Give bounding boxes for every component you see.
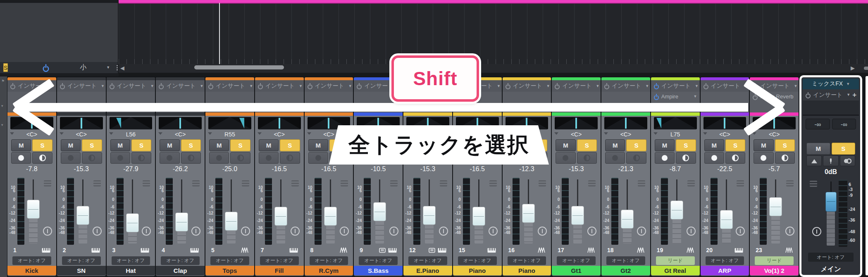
chevron-down-icon[interactable]: ▼ <box>596 84 600 88</box>
monitor-button[interactable] <box>280 152 300 164</box>
volume-value[interactable]: -5.7 <box>750 165 799 174</box>
record-arm-button[interactable] <box>110 152 130 164</box>
insert-header[interactable]: インサート ▼ + <box>651 80 700 92</box>
volume-value[interactable]: -7.8 <box>7 165 56 174</box>
mute-button[interactable]: M <box>259 139 279 151</box>
channel-name[interactable]: Piano <box>503 266 551 275</box>
fader-thumb[interactable] <box>571 206 584 225</box>
meter-options-icon[interactable] <box>588 180 596 186</box>
channel-name[interactable]: Gt2 <box>601 266 650 275</box>
chevron-down-icon[interactable]: ▼ <box>348 84 352 88</box>
rail-flag-icon[interactable]: ⚑ <box>1 79 5 83</box>
automation-button[interactable]: オート: オフ <box>62 256 101 265</box>
meter-options-icon[interactable] <box>687 180 695 186</box>
power-icon[interactable] <box>554 83 560 89</box>
monitor-button[interactable] <box>775 152 795 164</box>
fader-thumb[interactable] <box>225 212 238 231</box>
instrument-circle-icon[interactable] <box>489 227 498 236</box>
record-arm-button[interactable] <box>704 152 724 164</box>
chevron-down-icon[interactable]: ▼ <box>106 66 110 69</box>
solo-button[interactable]: S <box>32 139 52 151</box>
power-icon[interactable] <box>42 64 50 72</box>
monitor-button[interactable] <box>131 152 151 164</box>
pan-slider[interactable] <box>555 117 598 129</box>
chevron-down-icon[interactable]: ▼ <box>645 84 649 88</box>
insert-header[interactable]: インサート ▼ + <box>503 80 551 92</box>
fader-thumb[interactable] <box>769 197 782 216</box>
chevron-down-icon[interactable]: ▼ <box>299 84 303 88</box>
meter-options-icon[interactable] <box>489 180 497 186</box>
channel-name[interactable]: Hat <box>107 266 155 275</box>
record-arm-button[interactable] <box>259 152 279 164</box>
automation-button[interactable]: オート: オフ <box>359 256 398 265</box>
power-icon[interactable] <box>208 83 214 89</box>
chevron-down-icon[interactable]: ▼ <box>694 95 697 98</box>
pan-value[interactable]: <C> <box>57 130 106 138</box>
mute-button[interactable]: M <box>11 139 31 151</box>
strip-size-select[interactable]: 小 <box>80 63 86 72</box>
automation-button[interactable]: オート: オフ <box>260 256 299 265</box>
volume-value[interactable]: -25.0 <box>205 165 254 174</box>
instrument-circle-icon[interactable] <box>785 227 794 236</box>
channel-name[interactable]: Clap <box>156 266 205 275</box>
volume-value[interactable]: -16.5 <box>453 165 502 174</box>
chevron-down-icon[interactable]: ▼ <box>546 84 550 88</box>
mute-button[interactable]: M <box>754 139 773 151</box>
automation-button[interactable]: オート: オフ <box>310 256 348 265</box>
power-icon[interactable] <box>307 83 313 89</box>
mute-button[interactable]: M <box>209 139 229 151</box>
mute-button[interactable]: M <box>605 139 625 151</box>
monitor-button[interactable] <box>181 152 201 164</box>
monitor-button[interactable] <box>725 152 745 164</box>
instrument-circle-icon[interactable] <box>538 227 547 236</box>
channel-strip[interactable]: インサート ▼ + Room Reverb <C> M S -5.7 1060 <box>750 77 799 276</box>
expand-icon[interactable] <box>653 132 658 135</box>
instrument-circle-icon[interactable] <box>389 227 398 236</box>
solo-button[interactable]: S <box>832 143 856 155</box>
automation-button[interactable]: オート: オフ <box>161 256 200 265</box>
channel-name[interactable]: Fill <box>255 266 304 275</box>
pan-slider[interactable] <box>604 117 647 129</box>
solo-button[interactable]: S <box>230 139 250 151</box>
rail-caret-icon[interactable]: ▾ <box>1 123 3 127</box>
power-icon[interactable] <box>805 92 811 98</box>
mute-button[interactable]: M <box>61 139 81 151</box>
record-arm-button[interactable] <box>655 152 675 164</box>
mute-button[interactable]: M <box>110 139 130 151</box>
metronome-icon[interactable] <box>823 155 838 166</box>
peak-value-left[interactable]: -∞ <box>806 119 830 129</box>
instrument-circle-icon[interactable] <box>191 227 200 236</box>
power-icon[interactable] <box>653 83 659 89</box>
automation-button[interactable]: リード <box>755 256 794 265</box>
power-icon[interactable] <box>653 94 659 100</box>
pan-slider[interactable] <box>159 117 202 129</box>
instrument-circle-icon[interactable] <box>736 227 745 236</box>
instrument-circle-icon[interactable] <box>241 227 250 236</box>
channel-name[interactable]: Tops <box>205 266 254 275</box>
volume-value[interactable]: -10.5 <box>354 165 403 174</box>
pan-slider[interactable] <box>208 117 251 129</box>
pan-value[interactable]: L56 <box>107 130 155 138</box>
meter-options-icon[interactable] <box>242 180 249 186</box>
record-arm-button[interactable] <box>11 152 31 164</box>
rail-caret-icon[interactable]: ▾ <box>1 104 3 108</box>
insert-header[interactable]: インサート ▼ + <box>107 80 155 92</box>
add-insert-icon[interactable]: + <box>852 91 856 98</box>
chevron-down-icon[interactable]: ▼ <box>200 84 204 88</box>
meter-options-icon[interactable] <box>192 180 200 186</box>
power-icon[interactable] <box>60 83 65 89</box>
solo-button[interactable]: S <box>725 139 745 151</box>
insert-slot[interactable]: Ampire▼ <box>651 92 700 100</box>
pan-slider[interactable] <box>703 117 746 129</box>
expand-icon[interactable] <box>604 132 608 135</box>
power-icon[interactable] <box>703 83 709 89</box>
volume-value[interactable]: -21.3 <box>601 165 650 174</box>
channel-name[interactable]: E.Piano <box>403 266 452 275</box>
fader-thumb[interactable] <box>126 213 139 232</box>
menu-icon[interactable] <box>117 65 118 70</box>
mute-button[interactable]: M <box>704 139 724 151</box>
pan-value[interactable]: <C> <box>601 130 650 138</box>
solo-button[interactable]: S <box>82 139 102 151</box>
volume-value[interactable]: -8.7 <box>651 165 700 174</box>
scroll-left-icon[interactable]: ◀ <box>120 65 124 71</box>
